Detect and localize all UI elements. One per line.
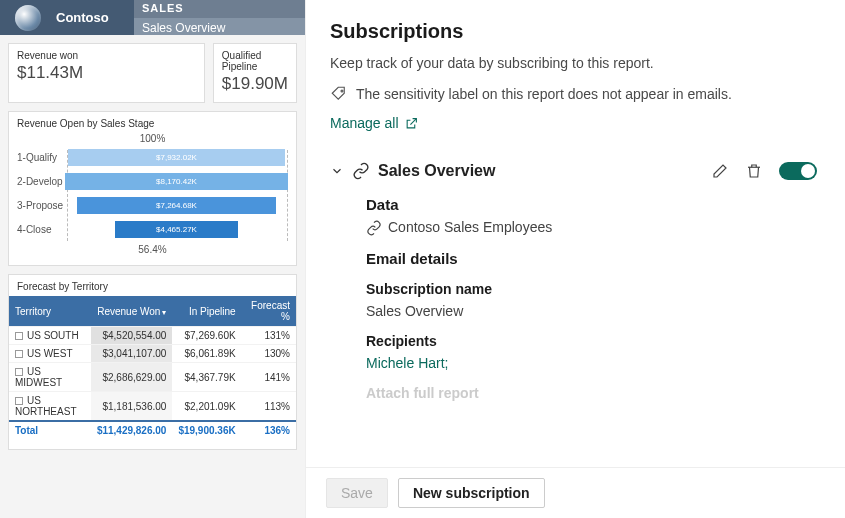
open-icon	[405, 117, 418, 130]
brand-name: Contoso	[56, 0, 134, 35]
col-forecast[interactable]: Forecast %	[242, 296, 296, 327]
subscription-name-label: Subscription name	[366, 281, 817, 297]
table-row[interactable]: US NORTHEAST$1,181,536.00$2,201.09K113%	[9, 392, 296, 422]
subscription-name: Sales Overview	[378, 162, 495, 180]
col-territory[interactable]: Territory	[9, 296, 91, 327]
dataset-name: Contoso Sales Employees	[388, 219, 552, 235]
page-label[interactable]: Sales Overview	[134, 18, 305, 35]
manage-all-label: Manage all	[330, 115, 399, 131]
chevron-down-icon[interactable]	[330, 164, 344, 178]
tag-icon	[330, 85, 348, 103]
col-pipeline[interactable]: In Pipeline	[172, 296, 241, 327]
chart-title: Revenue Open by Sales Stage	[17, 118, 288, 129]
kpi-revenue-won: Revenue won $11.43M	[8, 43, 205, 103]
funnel-bar: $4,465.27K	[115, 221, 238, 238]
svg-point-0	[341, 90, 343, 92]
funnel-bar: $8,170.42K	[65, 173, 288, 190]
subscription-item: Sales Overview Data Contoso Sales Employ…	[330, 162, 817, 401]
manage-all-link[interactable]: Manage all	[330, 115, 418, 131]
delete-icon[interactable]	[745, 162, 763, 180]
funnel-row: 3-Propose$7,264.68K	[17, 194, 288, 216]
link-icon	[352, 162, 370, 180]
kpi-label: Revenue won	[17, 50, 196, 61]
subscription-details: Data Contoso Sales Employees Email detai…	[366, 196, 817, 401]
funnel-stage-label: 3-Propose	[17, 200, 65, 211]
subscription-name-value: Sales Overview	[366, 303, 817, 319]
kpi-value: $11.43M	[17, 63, 196, 83]
data-value: Contoso Sales Employees	[366, 219, 817, 236]
table-title: Forecast by Territory	[9, 281, 296, 292]
edit-icon[interactable]	[711, 162, 729, 180]
panel-title: Subscriptions	[330, 20, 817, 43]
chart-bottom-pct: 56.4%	[17, 244, 288, 255]
funnel-row: 2-Develop$8,170.42K	[17, 170, 288, 192]
funnel-row: 4-Close$4,465.27K	[17, 218, 288, 240]
funnel-bar: $7,264.68K	[77, 197, 275, 214]
sensitivity-notice: The sensitivity label on this report doe…	[330, 85, 817, 103]
panel-subtitle: Keep track of your data by subscribing t…	[330, 55, 817, 71]
dashboard-area: Contoso SALES Sales Overview Revenue won…	[0, 0, 305, 518]
subscriptions-panel: Subscriptions Keep track of your data by…	[305, 0, 845, 518]
kpi-label: Qualified Pipeline	[222, 50, 288, 72]
topbar: Contoso SALES Sales Overview	[0, 0, 305, 35]
table-row[interactable]: US SOUTH$4,520,554.00$7,269.60K131%	[9, 327, 296, 345]
col-revenue-won[interactable]: Revenue Won	[91, 296, 173, 327]
sensitivity-text: The sensitivity label on this report doe…	[356, 86, 732, 102]
brand-logo	[0, 0, 56, 35]
forecast-table: Forecast by Territory Territory Revenue …	[8, 274, 297, 450]
chart-top-pct: 100%	[17, 133, 288, 144]
recipients-label: Recipients	[366, 333, 817, 349]
table-row[interactable]: US MIDWEST$2,686,629.00$4,367.79K141%	[9, 363, 296, 392]
funnel-stage-label: 1-Qualify	[17, 152, 65, 163]
recipient-chip[interactable]: Michele Hart;	[366, 355, 817, 371]
page-tabs: SALES Sales Overview	[134, 0, 305, 35]
funnel-chart: Revenue Open by Sales Stage 100% 1-Quali…	[8, 111, 297, 266]
attach-label: Attach full report	[366, 385, 817, 401]
funnel-row: 1-Qualify$7,932.02K	[17, 146, 288, 168]
kpi-value: $19.90M	[222, 74, 288, 94]
save-button: Save	[326, 478, 388, 508]
section-label: SALES	[134, 0, 305, 18]
kpi-row: Revenue won $11.43M Qualified Pipeline $…	[0, 35, 305, 111]
email-heading: Email details	[366, 250, 817, 267]
funnel-stage-label: 2-Develop	[17, 176, 65, 187]
kpi-pipeline: Qualified Pipeline $19.90M	[213, 43, 297, 103]
enable-toggle[interactable]	[779, 162, 817, 180]
funnel-bar: $7,932.02K	[68, 149, 284, 166]
table-total-row: Total$11,429,826.00$19,900.36K136%	[9, 421, 296, 439]
new-subscription-button[interactable]: New subscription	[398, 478, 545, 508]
funnel-stage-label: 4-Close	[17, 224, 65, 235]
link-icon	[366, 220, 382, 236]
panel-footer: Save New subscription	[306, 467, 845, 518]
table-row[interactable]: US WEST$3,041,107.00$6,061.89K130%	[9, 345, 296, 363]
subscription-header[interactable]: Sales Overview	[330, 162, 817, 180]
data-heading: Data	[366, 196, 817, 213]
territory-table: Territory Revenue Won In Pipeline Foreca…	[9, 296, 296, 439]
